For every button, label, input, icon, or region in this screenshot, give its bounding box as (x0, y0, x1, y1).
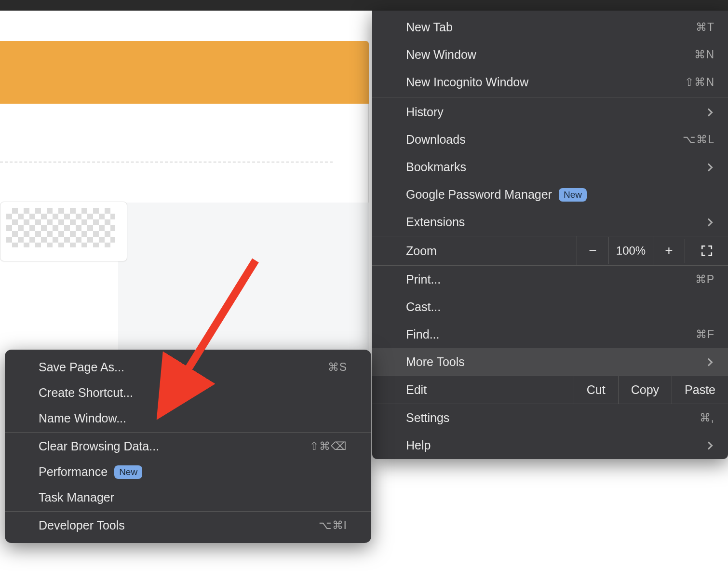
menu-item-label: Developer Tools (39, 518, 125, 532)
keyboard-shortcut: ⌘N (694, 48, 715, 61)
new-badge: New (114, 465, 142, 479)
submenu-item-create-shortcut[interactable]: Create Shortcut... (5, 380, 371, 406)
zoom-label: Zoom (372, 237, 577, 265)
chevron-right-icon (705, 358, 713, 366)
keyboard-shortcut: ⌘T (696, 21, 715, 34)
zoom-in-button[interactable]: + (653, 236, 685, 265)
zoom-row: Zoom − 100% + (372, 236, 728, 266)
image-thumbnail-card (0, 202, 127, 261)
menu-item-label: Clear Browsing Data... (39, 439, 159, 453)
keyboard-shortcut: ⇧⌘⌫ (310, 440, 347, 453)
fullscreen-icon (701, 245, 713, 257)
chevron-right-icon (705, 163, 713, 171)
menu-item-help[interactable]: Help (372, 432, 728, 459)
menu-item-label: New Incognito Window (406, 75, 528, 89)
new-badge: New (559, 188, 587, 202)
menu-item-new-tab[interactable]: New Tab ⌘T (372, 14, 728, 41)
copy-button[interactable]: Copy (618, 376, 672, 404)
submenu-item-save-page-as[interactable]: Save Page As... ⌘S (5, 354, 371, 380)
zoom-out-button[interactable]: − (577, 236, 608, 265)
edit-label: Edit (372, 376, 574, 404)
submenu-item-task-manager[interactable]: Task Manager (5, 485, 371, 510)
menu-item-label: Save Page As... (39, 360, 124, 374)
menu-item-print[interactable]: Print... ⌘P (372, 266, 728, 293)
menu-item-label: Name Window... (39, 411, 126, 425)
submenu-item-clear-browsing-data[interactable]: Clear Browsing Data... ⇧⌘⌫ (5, 434, 371, 459)
submenu-item-performance[interactable]: Performance New (5, 459, 371, 485)
menu-item-downloads[interactable]: Downloads ⌥⌘L (372, 126, 728, 153)
menu-item-password-manager[interactable]: Google Password Manager New (372, 181, 728, 208)
menu-divider (5, 432, 371, 433)
menu-item-label: Help (406, 438, 431, 452)
submenu-item-developer-tools[interactable]: Developer Tools ⌥⌘I (5, 513, 371, 538)
menu-item-label: Downloads (406, 133, 466, 147)
fullscreen-button[interactable] (685, 239, 728, 263)
menu-item-cast[interactable]: Cast... (372, 293, 728, 321)
menu-item-more-tools[interactable]: More Tools (372, 348, 728, 376)
keyboard-shortcut: ⌥⌘I (319, 519, 347, 532)
more-tools-submenu: Save Page As... ⌘S Create Shortcut... Na… (5, 350, 371, 543)
menu-item-settings[interactable]: Settings ⌘, (372, 404, 728, 432)
menu-item-label: Settings (406, 411, 449, 425)
menu-item-find[interactable]: Find... ⌘F (372, 321, 728, 348)
menu-item-label: Performance (39, 465, 108, 479)
menu-item-label: New Tab (406, 20, 453, 34)
dashed-divider (0, 162, 333, 163)
menu-item-label: History (406, 105, 444, 119)
transparent-checker-placeholder (6, 208, 115, 247)
keyboard-shortcut: ⌥⌘L (683, 133, 715, 146)
menu-item-label: Bookmarks (406, 160, 466, 174)
chevron-right-icon (705, 108, 713, 116)
menu-item-label: Find... (406, 327, 439, 341)
menu-item-label: Extensions (406, 215, 465, 229)
keyboard-shortcut: ⌘, (700, 411, 715, 424)
menu-item-label: Google Password Manager (406, 188, 552, 202)
menu-divider (5, 511, 371, 512)
browser-main-menu: New Tab ⌘T New Window ⌘N New Incognito W… (372, 11, 728, 459)
menu-item-label: Task Manager (39, 490, 114, 504)
page-banner (0, 41, 369, 104)
keyboard-shortcut: ⌘S (328, 361, 347, 374)
keyboard-shortcut: ⌘P (695, 273, 715, 286)
paste-button[interactable]: Paste (672, 376, 728, 404)
menu-item-extensions[interactable]: Extensions (372, 208, 728, 236)
menu-item-label: Create Shortcut... (39, 386, 133, 400)
menu-item-new-window[interactable]: New Window ⌘N (372, 41, 728, 68)
keyboard-shortcut: ⇧⌘N (685, 76, 715, 89)
menu-item-new-incognito-window[interactable]: New Incognito Window ⇧⌘N (372, 68, 728, 96)
menu-divider (372, 97, 728, 97)
cut-button[interactable]: Cut (574, 376, 618, 404)
menu-item-label: Cast... (406, 300, 441, 314)
chevron-right-icon (705, 218, 713, 226)
menu-item-label: New Window (406, 48, 476, 62)
menu-item-label: Print... (406, 272, 441, 286)
browser-top-bar (0, 0, 728, 11)
menu-item-bookmarks[interactable]: Bookmarks (372, 153, 728, 181)
chevron-right-icon (705, 441, 713, 449)
zoom-value: 100% (608, 237, 653, 264)
keyboard-shortcut: ⌘F (696, 328, 715, 341)
menu-item-history[interactable]: History (372, 98, 728, 126)
page-content-block (0, 104, 369, 203)
edit-row: Edit Cut Copy Paste (372, 376, 728, 404)
menu-item-label: More Tools (406, 355, 465, 369)
submenu-item-name-window[interactable]: Name Window... (5, 406, 371, 431)
